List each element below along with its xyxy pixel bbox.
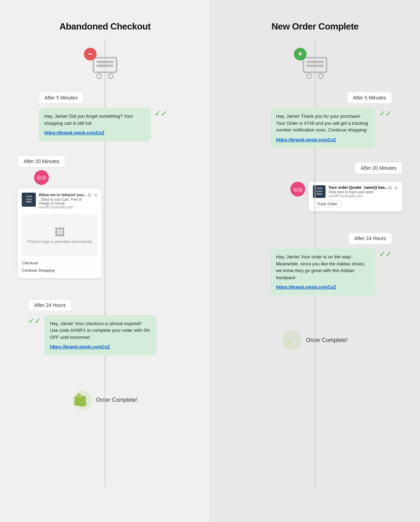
right-step3-link[interactable]: https://brand.smsb.co/sCsZ [276, 284, 370, 291]
left-title: Abandoned Checkout [59, 21, 151, 32]
left-center-line [105, 39, 105, 487]
push-circles-icon: ◎◎ [37, 174, 46, 181]
right-shopify-icon: S [282, 331, 302, 350]
left-step1-check: ✓✓ [155, 110, 167, 117]
right-push-title: Your order {{order_name}} has... [328, 185, 388, 189]
left-complete-label: Order Complete! [96, 397, 137, 403]
push-close-icon[interactable]: ✕ [94, 193, 98, 198]
left-step1-link[interactable]: https://brand.smsb.co/sCsZ [44, 129, 145, 136]
right-step1-check: ✓✓ [379, 110, 392, 117]
page-container: Abandoned Checkout − After 5 Minutes Hey… [0, 0, 420, 522]
left-step1-message: Hey, Jamie! Did you forget something? Yo… [44, 114, 133, 126]
svg-point-4 [97, 74, 101, 78]
svg-text:S: S [287, 342, 289, 345]
left-step3-link[interactable]: https://brand.smsb.co/sCsZ [50, 343, 151, 350]
right-step3-check: ✓✓ [379, 250, 392, 258]
right-push-subtitle: Click here to track your order [328, 190, 388, 194]
right-step1-link[interactable]: https://brand.smsb.co/sCsZ [276, 136, 370, 143]
push-image-icon: 🖼 [54, 226, 65, 238]
right-push-settings-icon[interactable]: ⚙ [388, 185, 392, 191]
svg-rect-10 [307, 65, 323, 67]
left-push-subtitle: ...Back to your Cart. Free of charge of … [39, 198, 87, 205]
right-step2-time: After 20 Minutes [355, 162, 402, 174]
left-step3-check: ✓✓ [28, 317, 41, 325]
left-step3-bubble: Hey, Jamie! Your checkout is almost expi… [44, 315, 157, 355]
svg-rect-9 [307, 61, 323, 63]
left-push-btn2[interactable]: Continue Shopping [22, 266, 98, 274]
right-step1-time: After 5 Minutes [347, 92, 392, 104]
right-push-close-icon[interactable]: ✕ [394, 185, 398, 191]
left-step3-time: After 24 Hours [28, 299, 72, 311]
left-cart-badge: − [84, 48, 97, 60]
svg-point-13 [319, 74, 323, 78]
right-cart-badge: + [294, 48, 307, 60]
right-step3-message: Hey, Jamie! Your order is on the way! Me… [276, 254, 365, 280]
right-complete-label: Order Complete! [306, 337, 347, 343]
svg-point-5 [109, 74, 113, 78]
left-step1-time: After 5 Minutes [39, 92, 84, 104]
svg-text:S: S [77, 401, 79, 405]
right-step1-bubble: Hey, Jamie! Thank you for your purchase!… [270, 108, 376, 148]
left-push-logo: YOUR LOGO HERE [22, 193, 36, 207]
svg-point-14 [282, 331, 302, 350]
svg-rect-1 [97, 61, 113, 63]
left-shopify-icon: S [72, 391, 92, 410]
push-settings-icon[interactable]: ⚙ [87, 193, 92, 198]
right-push-circles-icon: ◎◎ [293, 186, 303, 193]
right-step3-bubble: Hey, Jamie! Your order is on the way! Me… [270, 249, 376, 296]
right-step3-time: After 24 Hours [348, 232, 392, 244]
left-push-domain: savofff.myshopify.com [39, 205, 87, 209]
right-push-card: YOUR LOGO HERE Your order {{order_name}}… [309, 182, 402, 211]
left-step3-message: Hey, Jamie! Your checkout is almost expi… [50, 321, 150, 340]
right-step1-message: Hey, Jamie! Thank you for your purchase!… [276, 114, 368, 133]
right-track-order-btn[interactable]: Track Order [313, 200, 341, 208]
left-push-btn1[interactable]: Checkout [22, 259, 98, 266]
left-push-card: YOUR LOGO HERE Allow me to teleport you.… [18, 188, 102, 278]
left-column: Abandoned Checkout − After 5 Minutes Hey… [0, 0, 210, 522]
svg-rect-2 [97, 65, 113, 67]
left-push-image-label: Product image is generated automatically [27, 240, 92, 244]
right-step2-push-icon: ◎◎ [290, 182, 305, 196]
left-push-image-area: 🖼 Product image is generated automatical… [22, 214, 98, 256]
left-step1-bubble: Hey, Jamie! Did you forget something? Yo… [39, 108, 151, 141]
left-cart-icon-wrap: − [86, 50, 124, 81]
left-step2-time: After 20 Minutes [18, 155, 65, 167]
left-step2-push-icon: ◎◎ [34, 170, 49, 185]
left-push-title: Allow me to teleport you... [39, 193, 87, 197]
right-title: New Order Complete [271, 21, 359, 32]
svg-point-12 [307, 74, 311, 78]
right-cart-icon-wrap: + [296, 50, 334, 81]
right-push-domain: savofff.myshopify.com [328, 194, 388, 198]
right-column: New Order Complete + After 5 Minutes Hey… [210, 0, 420, 522]
